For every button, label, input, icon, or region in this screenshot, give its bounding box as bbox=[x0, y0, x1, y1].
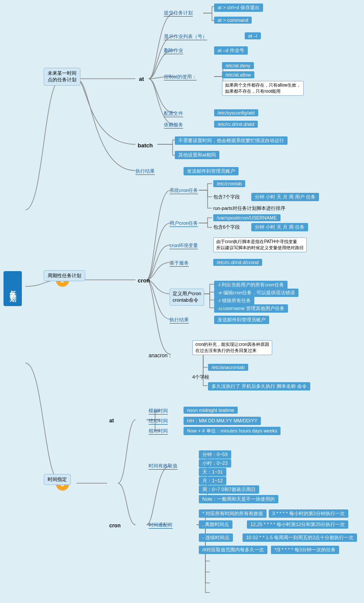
anacron-fields: 4个字段 bbox=[192, 374, 209, 380]
time-fuzzy-vals: noon midnight teatime bbox=[184, 407, 238, 414]
tc1-ex: 3 * * * * 每小时的第3分钟执行一次 bbox=[269, 509, 348, 518]
tc4-ex: */3 * * * * 每3分钟一次的任务 bbox=[271, 546, 339, 554]
batch-c2: 其他设置和at相同 bbox=[175, 151, 219, 159]
anacron-desc: cron的补充，能实现让cron因各种原因 在过去没有执行的任务回复过来 bbox=[192, 340, 272, 355]
at-list-cmd: at –l bbox=[245, 32, 261, 39]
define-cron: 定义用户cron crontab命令 bbox=[170, 289, 204, 306]
at-depend: 依赖服务 bbox=[164, 122, 183, 129]
user-cron-file: /var/spool/cron/USERNAME bbox=[213, 214, 281, 221]
at-config: 配置文件 bbox=[164, 110, 183, 117]
sys-cron-file: /etc/crontab bbox=[213, 180, 245, 187]
cron-label: cron bbox=[138, 277, 150, 284]
sys-cron: 系统cron任务 bbox=[170, 187, 198, 194]
user-cron-fields: 包含6个字段 bbox=[213, 224, 240, 230]
time-absolute: 绝对时间 bbox=[149, 418, 168, 425]
week: 周：0~7 0和7都表示周日 bbox=[199, 485, 259, 494]
at-submit: 提交任务计划 bbox=[164, 10, 193, 17]
batch-c1: 不需要设置时间，他会根据系统繁忙情况自动运行 bbox=[175, 136, 288, 145]
batch-label: batch bbox=[138, 142, 153, 149]
at-config-val: /etc/sysconfig/atd bbox=[214, 109, 258, 116]
time-at-label: at bbox=[109, 418, 114, 424]
tc4: /#对应取值范围内每多久一次 bbox=[199, 546, 267, 554]
at-list: 显示作业列表（号） bbox=[164, 33, 207, 40]
cron-env: cron环境变量 bbox=[170, 242, 198, 249]
exec-result1-val: 发送邮件到管理员账户 bbox=[184, 167, 239, 175]
at-submit-c1: at > ctrl+d 保存退出 bbox=[214, 3, 263, 12]
time-fuzzy: 模糊时间 bbox=[149, 408, 168, 415]
cron-note: Note：一般周和天是不一块使用的 bbox=[199, 495, 278, 503]
tc1: * 对应所有时间的所有有效值 bbox=[199, 509, 267, 518]
exec-result1: 执行结果 bbox=[135, 168, 155, 175]
at-submit-c2: at > command bbox=[214, 17, 252, 24]
user-cron-fields-detail: 分钟 小时 天 月 周 任务 bbox=[251, 223, 308, 231]
branch2-label: 周期性任务计划 bbox=[44, 270, 85, 281]
cron-exec-result: 执行结果 bbox=[170, 317, 189, 324]
at-depend-val: /etc/rc.d/init.d/atd bbox=[214, 121, 258, 128]
dc1: -l 列出当前用户的所有cron任务 bbox=[214, 281, 288, 289]
at-control: 控制at的使用： bbox=[164, 73, 197, 80]
cron-time-label: cron bbox=[109, 523, 121, 529]
dc2: -e 编辑cron任务，可以提供语法错误 bbox=[214, 289, 298, 297]
time-config: 时间通配符 bbox=[149, 522, 173, 529]
root-node: 任务计划 bbox=[3, 271, 22, 306]
time-absolute-vals: HH：MM DD.MM.YY MM/DD/YY bbox=[184, 417, 261, 425]
at-delete: 删除作业 bbox=[164, 47, 183, 54]
minute: 分钟：0~59 bbox=[199, 450, 231, 459]
at-control-c1: /etc/at.deny bbox=[222, 62, 254, 69]
day: 天：1~31 bbox=[199, 468, 226, 476]
cron-env-desc: 由于cron执行脚本是指在PATH中寻找变量 所以建议写脚本的时候定义变量使用绝… bbox=[213, 237, 307, 252]
branch1-label: 未来某一时间 点的任务计划 bbox=[44, 68, 80, 86]
at-delete-cmd: at –d 作业号 bbox=[214, 46, 248, 55]
valid-range: 时间有效取值 bbox=[149, 463, 177, 470]
base-service: 基于服务 bbox=[170, 260, 189, 267]
dc3: -r 移除所有任务 bbox=[214, 296, 254, 305]
tc3: - 连续时间点 bbox=[199, 533, 233, 542]
anacron-fields-detail: 多久没执行了 开机后多久执行 脚本名称 命令 bbox=[208, 382, 310, 390]
anacron-file: /etc/anacrontab bbox=[208, 364, 248, 371]
dc4: -u:username 管理其他用户任务 bbox=[214, 304, 288, 313]
tc2: , 离散时间点 bbox=[199, 520, 232, 529]
at-control-note: 如果两个文件都存在，只有allow生效， 如果都不存在，只有root能用 bbox=[222, 81, 304, 96]
hour: 小时：0~23 bbox=[199, 459, 231, 467]
anacron-label: anacron： bbox=[149, 352, 173, 359]
tc2-ex: 12,25 * * * * 每小时第12分和第25分执行一次 bbox=[247, 520, 348, 529]
time-relative-vals: Now + # 单位：minutes hours days weeks bbox=[184, 427, 281, 435]
sys-cron-fields-detail: 分钟 小时 天 月 周 用户 任务 bbox=[251, 193, 319, 201]
sys-cron-note: run-parts对任务计划脚本进行排序 bbox=[213, 205, 285, 212]
user-cron: 用户cron任务 bbox=[170, 220, 198, 227]
sys-cron-fields: 包含7个字段 bbox=[213, 194, 240, 200]
cron-exec-result-val: 发送邮件到管理员账户 bbox=[214, 316, 269, 324]
at-control-c2: /etc/at.allow bbox=[222, 71, 254, 78]
tc3-ex: 10 02 * * 1-5 每周周一到周五的2点十分都执行一次 bbox=[243, 533, 357, 542]
month: 月：1~12 bbox=[199, 477, 226, 485]
branch3-label: 时间指定 bbox=[44, 474, 71, 485]
time-relative: 相对时间 bbox=[149, 428, 168, 435]
base-service-val: /etc/rc.d/init.d/crond bbox=[213, 259, 262, 266]
at-label: at bbox=[139, 76, 144, 82]
